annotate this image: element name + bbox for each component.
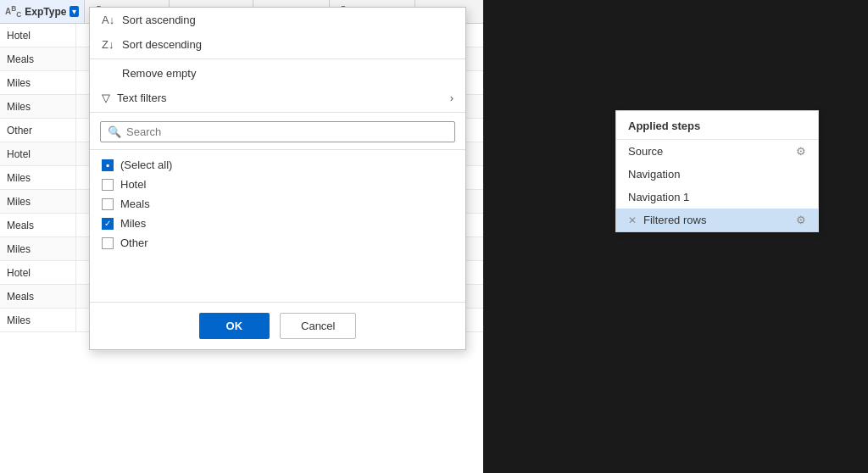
cancel-button[interactable]: Cancel (280, 313, 356, 339)
step-gear-icon-filtered_rows[interactable]: ⚙ (796, 214, 806, 226)
checkbox-other[interactable] (102, 237, 114, 249)
step-item-navigation[interactable]: Navigation (616, 163, 818, 186)
filter-buttons: OK Cancel (90, 303, 465, 349)
remove-empty-icon (102, 67, 115, 80)
check-label-select_all: (Select all) (120, 159, 172, 171)
exptype-cell: Meals (0, 47, 76, 70)
step-item-navigation1[interactable]: Navigation 1 (616, 186, 818, 209)
exptype-cell: Meals (0, 285, 76, 308)
exptype-label: ExpType (25, 6, 66, 18)
step-x-icon[interactable]: ✕ (628, 214, 637, 226)
filter-search-area: 🔍 (90, 114, 465, 150)
step-label-navigation1: Navigation 1 (628, 191, 689, 203)
search-icon: 🔍 (108, 125, 121, 138)
sort-ascending-label: Sort ascending (122, 14, 196, 26)
filter-panel: A↓ Sort ascending Z↓ Sort descending Rem… (89, 7, 466, 350)
exptype-dropdown-btn[interactable]: ▾ (70, 6, 79, 17)
exptype-cell: Miles (0, 190, 76, 213)
exptype-cell: Hotel (0, 142, 76, 165)
check-item-select_all[interactable]: (Select all) (100, 155, 455, 175)
checkbox-miles[interactable] (102, 218, 114, 230)
steps-list: Source⚙NavigationNavigation 1✕Filtered r… (616, 140, 818, 231)
sort-descending-label: Sort descending (122, 38, 202, 51)
col-header-exptype[interactable]: ABC ExpType ▾ (0, 0, 85, 23)
search-input[interactable] (126, 125, 448, 138)
exptype-cell: Hotel (0, 24, 76, 47)
text-filters-icon: ▽ (102, 92, 110, 104)
ok-button[interactable]: OK (199, 313, 270, 339)
check-item-hotel[interactable]: Hotel (100, 175, 455, 194)
sort-ascending-icon: A↓ (102, 14, 115, 26)
checkbox-hotel[interactable] (102, 179, 114, 191)
exptype-cell: Miles (0, 71, 76, 94)
step-label-source: Source (628, 145, 663, 158)
checkbox-select_all[interactable] (102, 159, 114, 171)
step-label-filtered_rows: Filtered rows (643, 214, 706, 226)
check-item-other[interactable]: Other (100, 233, 455, 253)
checkbox-meals[interactable] (102, 198, 114, 210)
sort-descending-icon: Z↓ (102, 38, 115, 51)
filter-checklist: (Select all)HotelMealsMilesOther (90, 150, 465, 303)
search-box: 🔍 (100, 121, 455, 142)
applied-steps-title: Applied steps (616, 111, 818, 140)
check-item-miles[interactable]: Miles (100, 214, 455, 233)
exptype-cell: Miles (0, 237, 76, 260)
text-filters-chevron: › (450, 92, 453, 104)
step-label-navigation: Navigation (628, 168, 680, 181)
remove-empty-item[interactable]: Remove empty (90, 61, 465, 86)
exptype-type-icon: ABC (5, 4, 21, 19)
exptype-cell: Miles (0, 95, 76, 118)
separator-1 (90, 58, 465, 59)
text-filters-item[interactable]: ▽ Text filters › (90, 86, 465, 110)
check-label-hotel: Hotel (120, 178, 146, 191)
check-label-miles: Miles (120, 217, 146, 230)
sort-ascending-item[interactable]: A↓ Sort ascending (90, 8, 465, 32)
check-label-other: Other (120, 236, 148, 249)
sort-descending-item[interactable]: Z↓ Sort descending (90, 32, 465, 57)
exptype-cell: Miles (0, 166, 76, 189)
exptype-cell: Other (0, 119, 76, 142)
separator-2 (90, 112, 465, 113)
step-gear-icon-source[interactable]: ⚙ (796, 145, 806, 158)
applied-steps-panel: Applied steps Source⚙NavigationNavigatio… (615, 110, 819, 232)
remove-empty-label: Remove empty (122, 67, 196, 80)
check-item-meals[interactable]: Meals (100, 194, 455, 214)
step-item-source[interactable]: Source⚙ (616, 140, 818, 163)
exptype-cell: Meals (0, 214, 76, 236)
exptype-cell: Hotel (0, 261, 76, 284)
check-label-meals: Meals (120, 198, 150, 210)
step-item-filtered_rows[interactable]: ✕Filtered rows⚙ (616, 209, 818, 231)
exptype-cell: Miles (0, 309, 76, 331)
text-filters-label: Text filters (117, 92, 167, 104)
